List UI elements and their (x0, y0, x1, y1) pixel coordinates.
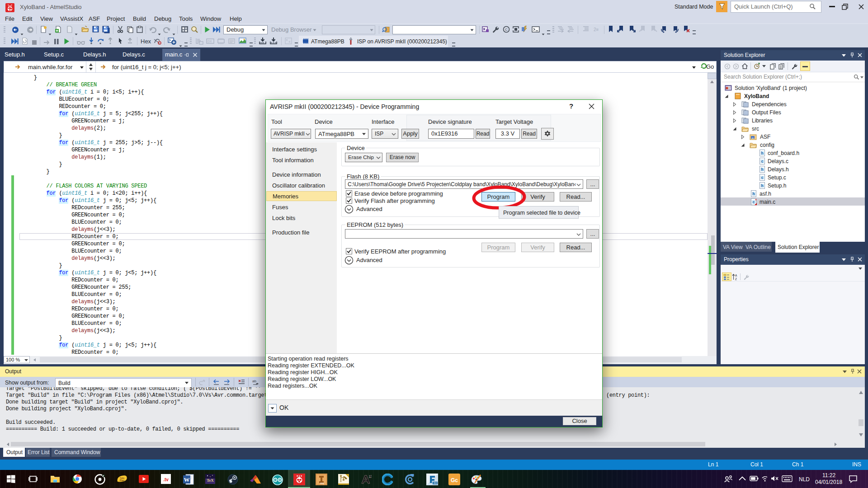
svg-text:C: C (505, 28, 508, 32)
svg-text:h: h (761, 167, 763, 172)
svg-text:Play: Play (120, 479, 125, 482)
svg-text:Z: Z (735, 277, 737, 281)
svg-text:ab: ab (252, 379, 256, 383)
svg-text:c: c (761, 175, 764, 180)
svg-text:.tv: .tv (163, 477, 169, 482)
svg-text:2≡: 2≡ (594, 27, 599, 32)
svg-text:h: h (761, 183, 763, 188)
svg-text:360: 360 (433, 482, 437, 484)
svg-text:Gc: Gc (451, 477, 458, 483)
svg-text:17: 17 (369, 475, 372, 478)
svg-text:FFE: FFE (321, 483, 325, 485)
svg-text:A: A (735, 274, 737, 277)
svg-text:c: c (761, 159, 764, 164)
svg-text:h: h (752, 192, 755, 196)
svg-text:c: c (753, 200, 755, 204)
svg-text:W: W (184, 476, 190, 483)
svg-text:DX: DX (208, 40, 212, 43)
svg-text:TeX: TeX (207, 478, 214, 483)
svg-text:h: h (761, 151, 763, 155)
